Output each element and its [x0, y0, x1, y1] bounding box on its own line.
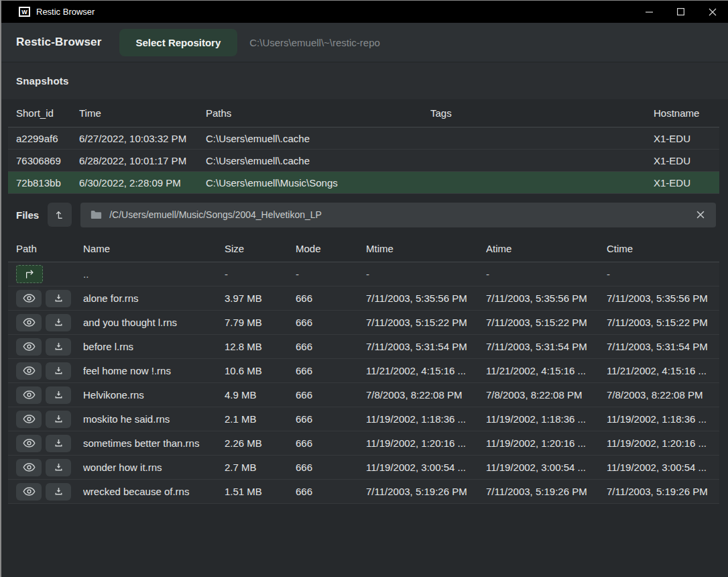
file-ctime: 11/19/2002, 1:18:36 ...: [607, 413, 719, 425]
file-mtime: 7/11/2003, 5:19:26 PM: [366, 486, 486, 497]
file-row-actions: [16, 338, 83, 356]
snapshot-time: 6/30/2022, 2:28:09 PM: [79, 177, 206, 189]
view-file-button[interactable]: [16, 338, 42, 356]
file-size: 10.6 MB: [225, 365, 296, 376]
file-atime: 7/11/2003, 5:15:22 PM: [486, 317, 607, 328]
file-size: 7.79 MB: [225, 317, 296, 328]
download-file-button[interactable]: [46, 314, 71, 331]
empty-area: [1, 504, 728, 577]
view-file-button[interactable]: [16, 483, 42, 501]
app-logo-icon: W: [19, 7, 30, 17]
snapshot-row[interactable]: 76306869 6/28/2022, 10:01:17 PM C:\Users…: [8, 150, 719, 172]
column-header-mode: Mode: [296, 243, 366, 254]
file-mtime: 11/19/2002, 1:20:16 ...: [366, 437, 486, 449]
eye-icon: [23, 414, 36, 424]
file-name: Helvikone.rns: [83, 389, 225, 401]
file-name: before l.rns: [83, 341, 225, 352]
maximize-button[interactable]: [665, 1, 696, 23]
file-atime: 11/19/2002, 3:00:54 ...: [486, 462, 607, 473]
close-button[interactable]: [696, 1, 728, 23]
file-size: 4.9 MB: [225, 389, 296, 401]
current-path: /C/Users/emuell/Music/Songs/2004_Helveti…: [109, 209, 322, 220]
minimize-button[interactable]: [633, 1, 665, 23]
snapshot-short-id: 76306869: [16, 155, 79, 166]
snapshot-paths: C:\Users\emuell\Music\Songs: [206, 177, 430, 189]
view-file-button[interactable]: [16, 314, 42, 331]
file-mode: 666: [296, 389, 366, 401]
file-name: sometimes better than.rns: [83, 437, 225, 449]
download-icon: [54, 462, 64, 472]
eye-icon: [23, 390, 36, 400]
files-table: Path Name Size Mode Mtime Atime Ctime ..…: [8, 235, 719, 504]
column-header-atime: Atime: [486, 243, 607, 254]
window-controls: [633, 1, 728, 23]
file-mtime: 11/19/2002, 1:18:36 ...: [366, 413, 486, 425]
eye-icon: [23, 486, 36, 496]
parent-row-atime: -: [486, 268, 607, 280]
file-size: 12.8 MB: [225, 341, 296, 352]
snapshots-table-header: Short_id Time Paths Tags Hostname: [8, 99, 719, 127]
parent-row-name: ..: [83, 268, 225, 280]
file-ctime: 11/19/2002, 1:20:16 ...: [607, 437, 719, 449]
app-logo-glyph: W: [21, 9, 27, 15]
view-file-button[interactable]: [16, 411, 42, 428]
snapshot-row[interactable]: 72b813bb 6/30/2022, 2:28:09 PM C:\Users\…: [8, 172, 719, 194]
column-header-time: Time: [79, 107, 206, 119]
file-row: moskito he said.rns 2.1 MB 666 11/19/200…: [8, 407, 719, 431]
page-title: Restic-Browser: [16, 36, 102, 49]
eye-icon: [23, 462, 36, 472]
maximize-icon: [677, 8, 684, 15]
parent-row-mode: -: [296, 268, 366, 280]
download-file-button[interactable]: [46, 290, 71, 307]
up-level-button[interactable]: [48, 203, 72, 227]
go-to-parent-button[interactable]: [16, 265, 43, 283]
file-ctime: 7/11/2003, 5:19:26 PM: [607, 486, 719, 497]
file-atime: 7/11/2003, 5:31:54 PM: [486, 341, 607, 352]
download-file-button[interactable]: [46, 362, 71, 380]
column-header-path: Path: [16, 243, 83, 254]
column-header-paths: Paths: [206, 107, 430, 119]
parent-row-size: -: [225, 268, 296, 280]
download-file-button[interactable]: [46, 459, 71, 476]
column-header-ctime: Ctime: [607, 243, 719, 254]
file-mtime: 7/8/2003, 8:22:08 PM: [366, 389, 486, 401]
app-header: Restic-Browser Select Repository C:\User…: [1, 23, 728, 62]
file-mode: 666: [296, 486, 366, 497]
repository-path: C:\Users\emuell\~\restic-repo: [249, 37, 380, 48]
current-path-bar[interactable]: /C/Users/emuell/Music/Songs/2004_Helveti…: [80, 203, 716, 227]
file-row: alone for.rns 3.97 MB 666 7/11/2003, 5:3…: [8, 286, 719, 311]
clear-path-button[interactable]: [695, 209, 706, 220]
file-mtime: 11/19/2002, 3:00:54 ...: [366, 462, 486, 473]
download-icon: [54, 317, 64, 327]
file-row-actions: [16, 435, 83, 452]
file-mode: 666: [296, 293, 366, 304]
eye-icon: [23, 317, 36, 327]
view-file-button[interactable]: [16, 459, 42, 476]
snapshots-table: Short_id Time Paths Tags Hostname a2299a…: [8, 99, 719, 194]
window-title: Restic Browser: [36, 7, 95, 17]
view-file-button[interactable]: [16, 290, 42, 307]
file-atime: 11/21/2002, 4:15:16 ...: [486, 365, 607, 376]
download-file-button[interactable]: [46, 435, 71, 452]
snapshot-hostname: X1-EDU: [654, 133, 719, 144]
file-row: Helvikone.rns 4.9 MB 666 7/8/2003, 8:22:…: [8, 383, 719, 407]
file-row-actions: [16, 362, 83, 380]
snapshots-table-body: a2299af6 6/27/2022, 10:03:32 PM C:\Users…: [8, 127, 719, 194]
download-file-button[interactable]: [46, 338, 71, 356]
select-repository-button[interactable]: Select Repository: [119, 29, 238, 56]
download-file-button[interactable]: [46, 386, 71, 404]
view-file-button[interactable]: [16, 435, 42, 452]
app-window: W Restic Browser Restic-Browser Select R…: [0, 0, 728, 577]
file-mode: 666: [296, 462, 366, 473]
file-row-actions: [16, 386, 83, 404]
file-atime: 7/11/2003, 5:19:26 PM: [486, 486, 607, 497]
file-name: feel home now !.rns: [83, 365, 225, 376]
download-file-button[interactable]: [46, 483, 71, 501]
view-file-button[interactable]: [16, 362, 42, 380]
file-mode: 666: [296, 413, 366, 425]
view-file-button[interactable]: [16, 386, 42, 404]
download-file-button[interactable]: [46, 411, 71, 428]
parent-row-actions: [16, 265, 83, 283]
snapshot-row[interactable]: a2299af6 6/27/2022, 10:03:32 PM C:\Users…: [8, 127, 719, 150]
file-row-actions: [16, 290, 83, 307]
